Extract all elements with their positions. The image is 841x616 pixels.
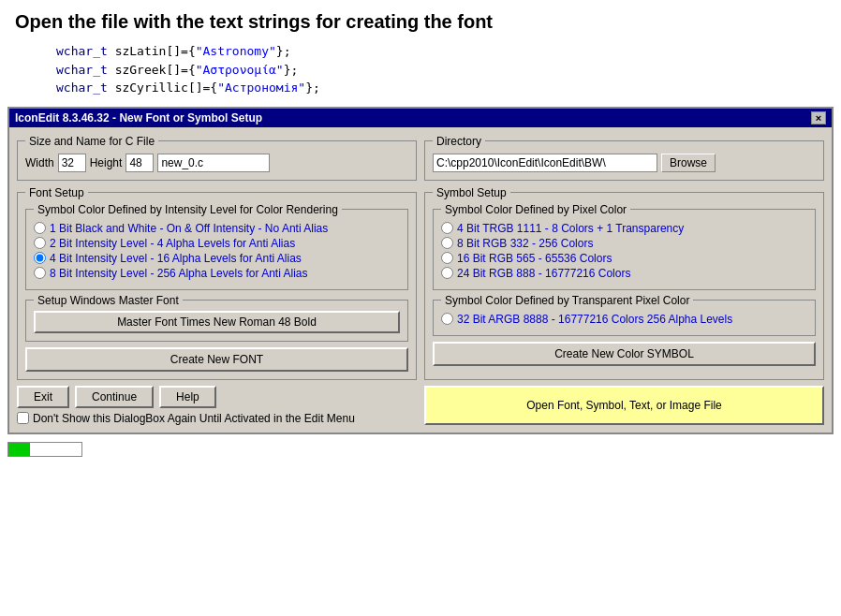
height-input[interactable] bbox=[125, 154, 154, 172]
pixel-color-section: Symbol Color Defined by Pixel Color 4 Bi… bbox=[433, 203, 816, 290]
size-name-fields: Width Height bbox=[25, 154, 408, 172]
master-font-legend: Setup Windows Master Font bbox=[34, 294, 183, 307]
intensity-radio-1: 1 Bit Black and White - On & Off Intensi… bbox=[34, 222, 400, 235]
create-font-button[interactable]: Create New FONT bbox=[25, 347, 408, 372]
progress-area bbox=[0, 434, 841, 461]
pixel-color-legend: Symbol Color Defined by Pixel Color bbox=[441, 203, 630, 216]
transparent-color-legend: Symbol Color Defined by Transparent Pixe… bbox=[441, 294, 693, 307]
transparent-radio-label-1: 32 Bit ARGB 8888 - 16777216 Colors 256 A… bbox=[457, 313, 732, 326]
intensity-radio-input-2[interactable] bbox=[34, 237, 46, 249]
directory-legend: Directory bbox=[433, 135, 485, 148]
code-block: wchar_t szLatin[]={"Astronomy"}; wchar_t… bbox=[0, 37, 841, 107]
progress-bar-fill bbox=[8, 443, 30, 456]
dont-show-label: Don't Show this DialogBox Again Until Ac… bbox=[33, 412, 355, 425]
intensity-radio-label-3: 4 Bit Intensity Level - 16 Alpha Levels … bbox=[50, 252, 302, 265]
pixel-radio-4: 24 Bit RGB 888 - 16777216 Colors bbox=[441, 267, 807, 280]
pixel-radio-label-2: 8 Bit RGB 332 - 256 Colors bbox=[457, 237, 593, 250]
symbol-setup-section: Symbol Setup Symbol Color Defined by Pix… bbox=[424, 186, 824, 380]
middle-row: Font Setup Symbol Color Defined by Inten… bbox=[17, 186, 824, 380]
page-title: Open the file with the text strings for … bbox=[0, 0, 841, 37]
right-bottom: Open Font, Symbol, Text, or Image File bbox=[424, 386, 824, 425]
dialog-body: Size and Name for C File Width Height Di… bbox=[9, 127, 832, 433]
pixel-radio-input-3[interactable] bbox=[441, 252, 453, 264]
pixel-radio-input-2[interactable] bbox=[441, 237, 453, 249]
help-button[interactable]: Help bbox=[159, 386, 216, 408]
pixel-radio-label-1: 4 Bit TRGB 1111 - 8 Colors + 1 Transpare… bbox=[457, 222, 684, 235]
directory-section: Directory Browse bbox=[424, 135, 824, 181]
pixel-radio-label-4: 24 Bit RGB 888 - 16777216 Colors bbox=[457, 267, 630, 280]
progress-bar bbox=[7, 442, 82, 457]
intensity-radio-input-3[interactable] bbox=[34, 252, 46, 264]
code-line-2: wchar_t szGreek[]={"Αστρονομία"}; bbox=[56, 61, 826, 80]
intensity-radio-3: 4 Bit Intensity Level - 16 Alpha Levels … bbox=[34, 252, 400, 265]
intensity-legend: Symbol Color Defined by Intensity Level … bbox=[34, 203, 342, 216]
dialog-window: IconEdit 8.3.46.32 - New Font or Symbol … bbox=[7, 107, 834, 434]
font-setup-section: Font Setup Symbol Color Defined by Inten… bbox=[17, 186, 417, 380]
bottom-row: Exit Continue Help Don't Show this Dialo… bbox=[17, 386, 824, 425]
size-name-legend: Size and Name for C File bbox=[25, 135, 158, 148]
pixel-radio-input-4[interactable] bbox=[441, 267, 453, 279]
directory-fields: Browse bbox=[433, 154, 816, 172]
intensity-radio-input-4[interactable] bbox=[34, 267, 46, 279]
master-font-button[interactable]: Master Font Times New Roman 48 Bold bbox=[34, 311, 400, 333]
dialog-title: IconEdit 8.3.46.32 - New Font or Symbol … bbox=[15, 111, 262, 125]
dialog-titlebar: IconEdit 8.3.46.32 - New Font or Symbol … bbox=[9, 109, 832, 127]
dont-show-row: Don't Show this DialogBox Again Until Ac… bbox=[17, 412, 417, 425]
action-buttons: Exit Continue Help bbox=[17, 386, 417, 408]
pixel-radio-label-3: 16 Bit RGB 565 - 65536 Colors bbox=[457, 252, 612, 265]
transparent-radio-1: 32 Bit ARGB 8888 - 16777216 Colors 256 A… bbox=[441, 313, 807, 326]
font-setup-legend: Font Setup bbox=[25, 186, 88, 199]
pixel-radio-input-1[interactable] bbox=[441, 222, 453, 234]
create-symbol-button[interactable]: Create New Color SYMBOL bbox=[433, 342, 816, 366]
intensity-radio-label-4: 8 Bit Intensity Level - 256 Alpha Levels… bbox=[50, 267, 308, 280]
exit-button[interactable]: Exit bbox=[17, 386, 69, 408]
width-input[interactable] bbox=[58, 154, 86, 172]
filename-input[interactable] bbox=[157, 154, 270, 172]
intensity-radio-4: 8 Bit Intensity Level - 256 Alpha Levels… bbox=[34, 267, 400, 280]
intensity-radio-2: 2 Bit Intensity Level - 4 Alpha Levels f… bbox=[34, 237, 400, 250]
top-row: Size and Name for C File Width Height Di… bbox=[17, 135, 824, 181]
transparent-color-section: Symbol Color Defined by Transparent Pixe… bbox=[433, 294, 816, 336]
pixel-radio-3: 16 Bit RGB 565 - 65536 Colors bbox=[441, 252, 807, 265]
code-line-1: wchar_t szLatin[]={"Astronomy"}; bbox=[56, 42, 826, 61]
master-font-section: Setup Windows Master Font Master Font Ti… bbox=[25, 294, 408, 342]
code-line-3: wchar_t szCyrillic[]={"Астрономія"}; bbox=[56, 79, 826, 97]
intensity-section: Symbol Color Defined by Intensity Level … bbox=[25, 203, 408, 290]
directory-input[interactable] bbox=[433, 154, 657, 172]
size-name-section: Size and Name for C File Width Height bbox=[17, 135, 417, 181]
open-file-button[interactable]: Open Font, Symbol, Text, or Image File bbox=[424, 386, 824, 425]
continue-button[interactable]: Continue bbox=[75, 386, 154, 408]
intensity-radio-label-1: 1 Bit Black and White - On & Off Intensi… bbox=[50, 222, 328, 235]
dont-show-checkbox[interactable] bbox=[17, 412, 29, 424]
intensity-radio-input-1[interactable] bbox=[34, 222, 46, 234]
dialog-close-button[interactable]: × bbox=[811, 111, 826, 125]
transparent-radio-input-1[interactable] bbox=[441, 313, 453, 325]
left-bottom: Exit Continue Help Don't Show this Dialo… bbox=[17, 386, 417, 425]
browse-button[interactable]: Browse bbox=[661, 154, 716, 172]
width-label: Width bbox=[25, 156, 54, 169]
symbol-setup-legend: Symbol Setup bbox=[433, 186, 510, 199]
height-label: Height bbox=[90, 156, 123, 169]
intensity-radio-label-2: 2 Bit Intensity Level - 4 Alpha Levels f… bbox=[50, 237, 295, 250]
pixel-radio-2: 8 Bit RGB 332 - 256 Colors bbox=[441, 237, 807, 250]
pixel-radio-1: 4 Bit TRGB 1111 - 8 Colors + 1 Transpare… bbox=[441, 222, 807, 235]
